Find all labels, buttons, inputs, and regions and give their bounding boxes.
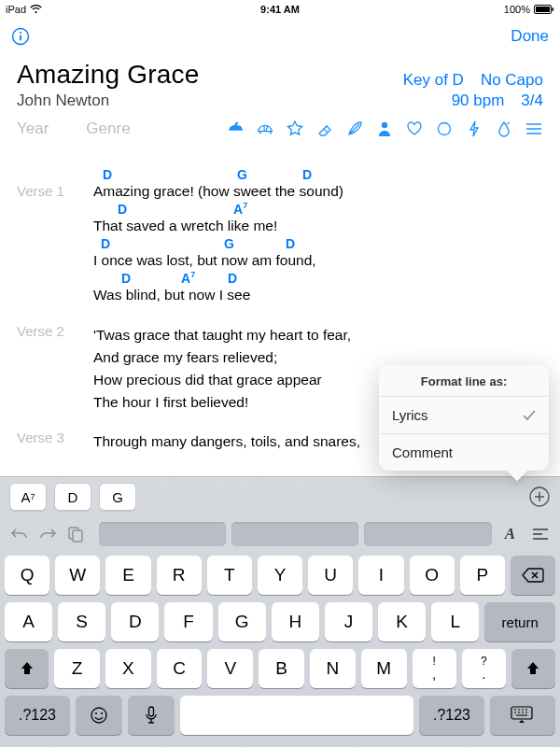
section-slot-1[interactable] — [99, 522, 226, 546]
key-a[interactable]: A — [5, 602, 52, 641]
key-x[interactable]: X — [105, 649, 151, 688]
key-n[interactable]: N — [310, 649, 356, 688]
wifi-icon — [30, 5, 42, 14]
key-c[interactable]: C — [157, 649, 203, 688]
key-numbers-right[interactable]: .?123 — [419, 696, 484, 735]
key-w[interactable]: W — [55, 556, 100, 595]
key-v[interactable]: V — [207, 649, 253, 688]
battery-icon — [534, 5, 554, 14]
key-numbers-left[interactable]: .?123 — [5, 696, 70, 735]
feather-icon[interactable] — [345, 120, 364, 138]
drop-icon[interactable] — [495, 120, 513, 138]
key-f[interactable]: F — [164, 602, 212, 641]
chord[interactable]: D — [302, 166, 312, 183]
rabbit-icon[interactable] — [226, 120, 245, 138]
key-t[interactable]: T — [207, 556, 252, 595]
chord[interactable]: G — [237, 166, 247, 183]
key-p[interactable]: P — [460, 556, 505, 595]
key-backspace[interactable] — [511, 556, 555, 595]
lyric-line[interactable]: DGDI once was lost, but now am found, — [93, 235, 543, 270]
tempo-button[interactable]: 90 bpm — [452, 92, 505, 110]
lyric-line[interactable]: DA7DWas blind, but now I see — [93, 270, 543, 304]
key-s[interactable]: S — [58, 602, 105, 641]
menu-icon[interactable] — [525, 120, 543, 138]
key-y[interactable]: Y — [258, 556, 302, 595]
info-icon[interactable] — [11, 27, 30, 46]
chord-shortcut[interactable]: G — [99, 483, 136, 511]
key-e[interactable]: E — [105, 556, 150, 595]
star-icon[interactable] — [286, 120, 304, 138]
format-option-lyrics[interactable]: Lyrics — [379, 396, 549, 433]
genre-field[interactable]: Genre — [86, 120, 130, 138]
key-z[interactable]: Z — [54, 649, 100, 688]
chord[interactable]: A7 — [233, 201, 247, 218]
chord[interactable]: D — [228, 270, 237, 287]
artist-field[interactable]: John Newton — [17, 92, 109, 110]
chord[interactable]: A7 — [181, 270, 195, 287]
section-slot-2[interactable] — [231, 522, 358, 546]
key-g[interactable]: G — [218, 602, 266, 641]
key-q[interactable]: Q — [5, 556, 49, 595]
timesig-button[interactable]: 3/4 — [521, 92, 543, 110]
lyric-line[interactable]: And grace my fears relieved; — [93, 348, 543, 367]
chord[interactable]: D — [101, 235, 110, 252]
format-option-comment[interactable]: Comment — [379, 433, 549, 471]
key-b[interactable]: B — [259, 649, 304, 688]
chord[interactable]: D — [103, 166, 112, 183]
year-field[interactable]: Year — [17, 120, 49, 138]
svg-point-13 — [101, 712, 103, 714]
chord[interactable]: D — [118, 201, 127, 218]
key-space[interactable] — [180, 696, 413, 735]
chord-shortcut[interactable]: D — [54, 483, 91, 511]
key-button[interactable]: Key of D — [403, 71, 464, 90]
keyboard: A7DG A QWERTYUIOP ASDFGHJKL return ZXCVB… — [0, 476, 560, 747]
format-button[interactable]: A — [505, 525, 515, 543]
turtle-icon[interactable] — [256, 120, 274, 138]
key-dictate[interactable] — [128, 696, 175, 735]
person-icon[interactable] — [375, 120, 394, 138]
chord[interactable]: G — [224, 235, 234, 252]
bolt-icon[interactable] — [465, 120, 483, 138]
done-button[interactable]: Done — [511, 27, 549, 46]
key-emoji[interactable] — [76, 696, 122, 735]
status-bar: iPad 9:41 AM 100% — [0, 0, 560, 19]
chord[interactable]: D — [286, 235, 295, 252]
key-o[interactable]: O — [410, 556, 455, 595]
key-h[interactable]: H — [272, 602, 319, 641]
song-title[interactable]: Amazing Grace — [17, 60, 200, 90]
key-m[interactable]: M — [361, 649, 407, 688]
key-return[interactable]: return — [484, 602, 555, 641]
key-period[interactable]: ?. — [462, 649, 506, 688]
key-shift-left[interactable] — [5, 649, 49, 688]
copy-button[interactable] — [65, 524, 86, 544]
add-chord-button[interactable] — [528, 486, 551, 508]
key-dismiss[interactable] — [490, 696, 555, 735]
capo-button[interactable]: No Capo — [481, 71, 543, 90]
key-k[interactable]: K — [378, 602, 426, 641]
key-u[interactable]: U — [308, 556, 353, 595]
lyric-line[interactable]: DA7That saved a wretch like me! — [93, 201, 543, 235]
circle-icon[interactable] — [435, 120, 454, 138]
align-button[interactable] — [530, 524, 551, 544]
device-label: iPad — [6, 4, 26, 15]
lyric-line[interactable]: 'Twas grace that taught my heart to fear… — [93, 326, 543, 345]
key-comma[interactable]: !, — [413, 649, 456, 688]
lyric-line[interactable]: DGDAmazing grace! (how sweet the sound) — [93, 166, 543, 201]
verse-label: Verse 3 — [17, 429, 93, 451]
redo-button[interactable] — [37, 524, 58, 544]
key-i[interactable]: I — [358, 556, 403, 595]
svg-rect-5 — [20, 35, 21, 40]
key-j[interactable]: J — [325, 602, 372, 641]
eraser-icon[interactable] — [315, 120, 334, 138]
section-slot-3[interactable] — [364, 522, 491, 546]
chord-shortcut[interactable]: A7 — [9, 483, 47, 511]
key-r[interactable]: R — [157, 556, 202, 595]
tag-toolbar — [226, 120, 543, 138]
key-l[interactable]: L — [431, 602, 479, 641]
key-d[interactable]: D — [111, 602, 159, 641]
key-shift-right[interactable] — [511, 649, 555, 688]
chord[interactable]: D — [121, 270, 131, 287]
heart-icon[interactable] — [405, 120, 424, 138]
svg-point-12 — [95, 712, 97, 714]
undo-button[interactable] — [9, 524, 30, 544]
